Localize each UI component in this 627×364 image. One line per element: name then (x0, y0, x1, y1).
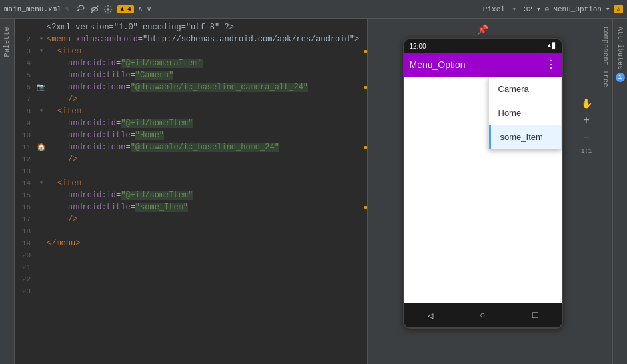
menu-option-dropdown[interactable]: ▾ (606, 5, 610, 13)
info-icon: i (616, 73, 625, 82)
line-num: 23 (17, 285, 36, 297)
component-tree-label: Component Tree (602, 27, 609, 87)
code-line-20[interactable]: 20 (15, 249, 367, 261)
pixel-dropdown-icon[interactable]: ▾ (509, 4, 520, 15)
svg-point-2 (107, 8, 110, 11)
line-num: 5 (17, 69, 36, 81)
settings-icon[interactable] (103, 4, 113, 15)
line-text: android:id="@+id/someItem" (47, 189, 364, 201)
line-num: 6 (17, 81, 36, 93)
phone-frame: 12:00 ▲ ▊ Menu_Option ⋮ (403, 38, 563, 329)
api-dropdown-icon[interactable]: ▾ (536, 5, 541, 13)
filename-label[interactable]: main_menu.xml (4, 5, 61, 13)
home-button[interactable]: ○ (480, 310, 485, 321)
line-num: 21 (17, 261, 36, 273)
line-text: <?xml version="1.0" encoding="utf-8" ?> (47, 21, 364, 33)
code-line-21[interactable]: 21 (15, 261, 367, 273)
code-line-2[interactable]: 2 ▾ <menu xmlns:android="http://schemas.… (15, 33, 367, 45)
line-num: 22 (17, 273, 36, 285)
wifi-icon: ▲ (548, 43, 551, 49)
expand-down-arrow[interactable]: ∨ (147, 4, 151, 14)
toolbar-right: Pixel ▾ 32 ▾ ⊙ Menu_Option ▾ ⚠ (483, 4, 623, 15)
home-icon: 🏠 (37, 141, 46, 153)
line-text: android:icon="@drawable/ic_baseline_came… (47, 81, 364, 93)
code-line-16[interactable]: 16 android:title="some_Item" (15, 201, 367, 213)
design-panel: 📌 12:00 ▲ ▊ Menu_Option ⋮ (367, 19, 627, 364)
line-text: /> (47, 93, 364, 105)
line-num: 8 (17, 105, 36, 117)
menu-option-text: Menu_Option (553, 5, 602, 13)
code-line-10[interactable]: 10 android:title="Home" (15, 129, 367, 141)
line-num: 15 (17, 189, 36, 201)
code-line-6[interactable]: 6 📷 android:icon="@drawable/ic_baseline_… (15, 81, 367, 93)
status-icons: ▲ ▊ (548, 43, 556, 50)
recents-button[interactable]: □ (532, 310, 538, 321)
attributes-strip[interactable]: Attributes i (612, 19, 627, 364)
battery-icon: ▊ (552, 43, 556, 50)
line-gutter: ▾ (36, 33, 47, 45)
dropdown-item-camera[interactable]: Camera (489, 77, 561, 101)
code-line-9[interactable]: 9 android:id="@+id/homeItem" (15, 117, 367, 129)
line-gutter: ▾ (36, 45, 47, 57)
fold-icon[interactable]: ▾ (39, 105, 43, 117)
pin-icon: 📌 (477, 24, 488, 35)
fold-icon[interactable]: ▾ (39, 33, 43, 45)
status-time: 12:00 (410, 43, 426, 50)
line-num: 17 (17, 213, 36, 225)
hand-tool-icon[interactable]: ✋ (579, 96, 594, 111)
design-main: 📌 12:00 ▲ ▊ Menu_Option ⋮ (368, 19, 627, 364)
code-line-5[interactable]: 5 android:title="Camera" (15, 69, 367, 81)
expand-up-arrow[interactable]: ∧ (138, 4, 143, 14)
line-text: android:id="@+id/cameraItem" (47, 57, 364, 69)
dropdown-item-some[interactable]: some_Item (489, 125, 561, 149)
back-button[interactable]: ◁ (428, 310, 433, 321)
zoom-label[interactable]: 1:1 (581, 148, 592, 155)
code-editor: <?xml version="1.0" encoding="utf-8" ?> … (15, 19, 367, 364)
line-num: 9 (17, 117, 36, 129)
right-actions: ✋ + − 1:1 (576, 93, 596, 157)
overflow-menu-icon[interactable]: ⋮ (546, 58, 556, 71)
line-num: 19 (17, 237, 36, 249)
code-line-18[interactable]: 18 (15, 225, 367, 237)
line-num: 2 (17, 33, 36, 45)
fold-icon[interactable]: ▾ (39, 45, 43, 57)
eye-slash-icon[interactable] (89, 4, 100, 15)
line-num: 10 (17, 129, 36, 141)
fold-icon[interactable]: ▾ (39, 177, 43, 189)
scroll-marker (364, 206, 367, 209)
code-line-1[interactable]: <?xml version="1.0" encoding="utf-8" ?> (15, 21, 367, 33)
dropdown-item-home[interactable]: Home (489, 101, 561, 125)
component-tree-strip[interactable]: Component Tree (598, 19, 612, 364)
line-text: android:title="Home" (47, 129, 364, 141)
phone-status-bar: 12:00 ▲ ▊ (404, 39, 562, 53)
line-text: <item (47, 177, 364, 189)
code-line-22[interactable]: 22 (15, 273, 367, 285)
line-num: 11 (17, 141, 36, 153)
cloud-icon[interactable] (76, 4, 87, 15)
code-line-17[interactable]: 17 /> (15, 213, 367, 225)
code-line-4[interactable]: 4 android:id="@+id/cameraItem" (15, 57, 367, 69)
code-line-3[interactable]: 3 ▾ <item (15, 45, 367, 57)
line-num: 12 (17, 153, 36, 165)
line-text: <item (47, 45, 364, 57)
sep: ✎ (65, 5, 70, 13)
code-line-12[interactable]: 12 /> (15, 153, 367, 165)
line-num: 3 (17, 45, 36, 57)
toolbar-icons (76, 4, 113, 15)
code-line-23[interactable]: 23 (15, 285, 367, 297)
palette-label[interactable]: Palette (3, 27, 11, 57)
scroll-marker (364, 86, 367, 89)
code-line-19[interactable]: 19 </menu> (15, 237, 367, 249)
minus-icon[interactable]: − (579, 131, 594, 145)
code-line-13[interactable]: 13 (15, 165, 367, 177)
code-line-8[interactable]: 8 ▾ <item (15, 105, 367, 117)
line-text: android:icon="@drawable/ic_baseline_home… (47, 141, 364, 153)
add-icon[interactable]: + (579, 113, 594, 128)
phone-container: 📌 12:00 ▲ ▊ Menu_Option ⋮ (368, 19, 598, 364)
code-line-15[interactable]: 15 android:id="@+id/someItem" (15, 189, 367, 201)
code-line-14[interactable]: 14 ▾ <item (15, 177, 367, 189)
attributes-label: Attributes (616, 27, 624, 70)
code-line-7[interactable]: 7 /> (15, 93, 367, 105)
code-content: <?xml version="1.0" encoding="utf-8" ?> … (15, 19, 367, 364)
code-line-11[interactable]: 11 🏠 android:icon="@drawable/ic_baseline… (15, 141, 367, 153)
